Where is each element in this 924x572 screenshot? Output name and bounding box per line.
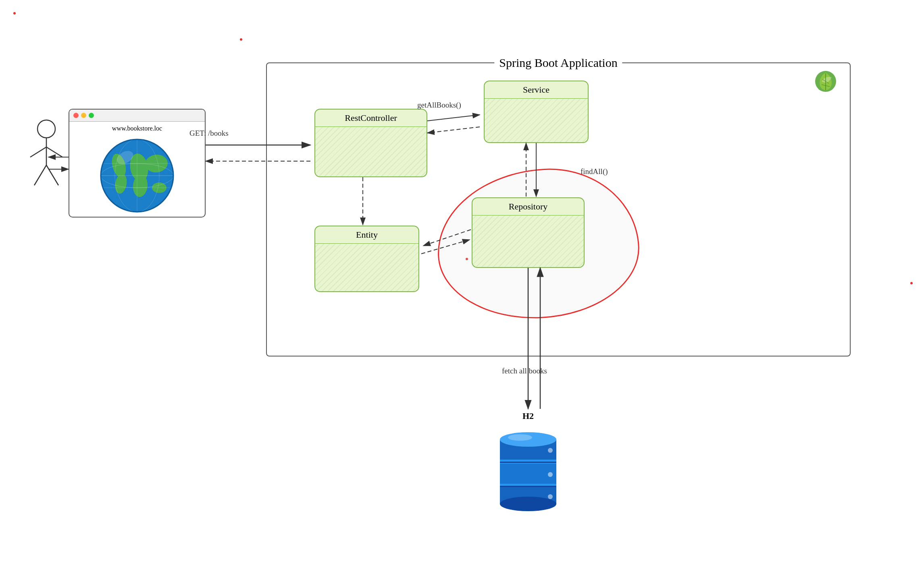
browser-dot-green — [89, 113, 94, 118]
svg-line-2 — [30, 147, 46, 157]
service-body — [485, 99, 588, 142]
browser-titlebar — [69, 110, 205, 122]
rest-controller-label: RestController — [315, 110, 427, 127]
get-all-books-label: getAllBooks() — [417, 101, 461, 110]
app-title: Spring Boot Application — [494, 56, 622, 70]
get-books-label: GET: /books — [189, 129, 229, 138]
stick-figure — [24, 117, 69, 197]
repository-label: Repository — [472, 198, 584, 216]
entity-body — [315, 244, 418, 291]
globe-svg — [97, 135, 177, 214]
browser-content: www.bookstore.loc — [69, 122, 205, 217]
svg-line-5 — [46, 165, 58, 185]
browser-window: www.bookstore.loc — [69, 109, 206, 218]
database-container: H2 — [496, 411, 560, 512]
rest-controller-body — [315, 127, 427, 176]
svg-rect-30 — [500, 486, 556, 487]
svg-point-33 — [500, 497, 556, 511]
globe-container — [97, 135, 177, 216]
svg-point-36 — [548, 472, 553, 477]
svg-line-3 — [46, 147, 62, 157]
fetch-all-books-label: fetch all books — [502, 367, 547, 375]
repository-body — [472, 216, 584, 267]
decoration-dot-1 — [13, 12, 16, 15]
decoration-dot-4 — [910, 282, 913, 284]
rest-controller-box: RestController — [314, 109, 427, 177]
find-all-label: findAll() — [581, 167, 608, 176]
browser-url: www.bookstore.loc — [112, 123, 162, 134]
browser-dot-yellow — [81, 113, 86, 118]
browser-dot-red — [73, 113, 79, 118]
svg-line-4 — [34, 165, 46, 185]
database-cylinder — [496, 423, 560, 512]
svg-point-0 — [37, 120, 55, 138]
svg-point-34 — [508, 434, 532, 441]
repository-box: Repository — [472, 197, 585, 268]
svg-rect-29 — [500, 464, 556, 484]
entity-box: Entity — [314, 226, 419, 292]
svg-point-37 — [548, 494, 553, 499]
svg-rect-28 — [500, 462, 556, 463]
database-label: H2 — [522, 411, 534, 421]
decoration-dot-2 — [240, 38, 242, 41]
service-box: Service — [484, 81, 589, 143]
entity-label: Entity — [315, 226, 418, 244]
svg-point-35 — [548, 448, 553, 453]
spring-leaf-icon — [814, 69, 838, 93]
service-label: Service — [485, 81, 588, 99]
